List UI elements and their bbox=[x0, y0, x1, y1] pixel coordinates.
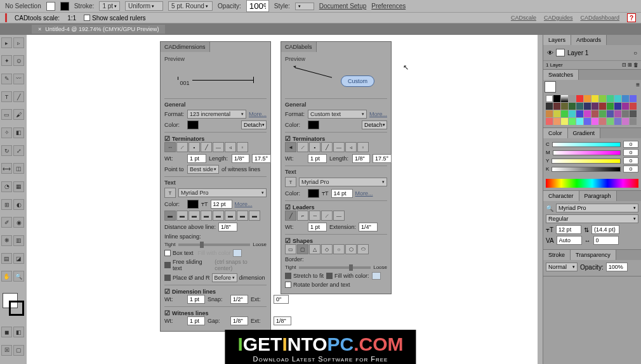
detach-button[interactable]: Detach bbox=[241, 120, 267, 129]
swatch-item[interactable] bbox=[591, 103, 598, 110]
shape-builder-tool[interactable]: ◔ bbox=[1, 181, 12, 192]
dim-color-picker[interactable] bbox=[187, 120, 199, 129]
leader-5[interactable]: — bbox=[333, 211, 345, 221]
format-more-link[interactable]: More... bbox=[249, 111, 267, 117]
witness-wt-input[interactable] bbox=[187, 316, 205, 325]
swatch-item[interactable] bbox=[569, 110, 576, 117]
hand-tool[interactable]: ✋ bbox=[1, 271, 12, 282]
terminator-box-icon[interactable]: ▫ bbox=[237, 142, 248, 152]
lterm-6[interactable]: ◃ bbox=[345, 142, 357, 152]
swatch-item[interactable] bbox=[561, 118, 568, 125]
transparency-tab[interactable]: Transparency bbox=[571, 250, 616, 260]
color-tab[interactable]: Color bbox=[543, 128, 568, 138]
stroke-profile-dropdown[interactable]: Uniform bbox=[125, 1, 163, 11]
terminators-section[interactable]: Terminators bbox=[164, 135, 267, 142]
label-size-input[interactable] bbox=[331, 189, 353, 198]
scale-tool[interactable]: ⤢ bbox=[13, 145, 24, 156]
swatch-fill[interactable] bbox=[545, 81, 556, 93]
visibility-icon[interactable]: 👁 bbox=[547, 49, 553, 56]
shape-diamond[interactable]: ◇ bbox=[321, 244, 333, 254]
terminator-open-icon[interactable]: ◃ bbox=[225, 142, 236, 152]
lterm-5[interactable]: — bbox=[333, 142, 345, 152]
m-value[interactable] bbox=[623, 149, 638, 156]
label-more-link[interactable]: More... bbox=[369, 111, 387, 117]
swatch-item[interactable] bbox=[546, 118, 553, 125]
spectrum-picker[interactable] bbox=[546, 179, 638, 188]
leader-ext-input[interactable] bbox=[359, 223, 378, 231]
term-angle-input[interactable] bbox=[252, 154, 271, 163]
m-slider[interactable] bbox=[553, 150, 621, 155]
shape-rounded[interactable]: ▢ bbox=[297, 244, 308, 254]
artboards-tab[interactable]: Artboards bbox=[571, 35, 607, 45]
swatch-item[interactable] bbox=[591, 110, 598, 117]
slice-tool[interactable]: ◪ bbox=[13, 253, 24, 264]
swatch-item[interactable] bbox=[576, 110, 583, 117]
c-slider[interactable] bbox=[552, 142, 621, 147]
text-pos-8[interactable]: ▬ bbox=[249, 211, 260, 221]
fill-checkbox[interactable]: Fill with color: bbox=[326, 273, 369, 279]
y-slider[interactable] bbox=[552, 159, 621, 164]
label-text-more[interactable]: More... bbox=[355, 190, 373, 197]
cadguides-link[interactable]: CADguides bbox=[544, 15, 573, 21]
swatch-item[interactable] bbox=[576, 95, 583, 102]
swatch-item[interactable] bbox=[553, 118, 560, 125]
text-color-picker[interactable] bbox=[187, 200, 199, 209]
none-mode[interactable]: ☒ bbox=[1, 345, 12, 356]
swatch-item[interactable] bbox=[614, 110, 621, 117]
swatches-tab[interactable]: Swatches bbox=[543, 70, 579, 80]
y-value[interactable] bbox=[623, 157, 638, 164]
swatch-item[interactable] bbox=[607, 118, 614, 125]
swatch-item[interactable] bbox=[614, 118, 621, 125]
rectangle-tool[interactable]: ▭ bbox=[1, 109, 12, 120]
lterm-wt-input[interactable] bbox=[308, 154, 327, 163]
swatch-item[interactable] bbox=[614, 103, 621, 110]
term-length-input[interactable] bbox=[232, 154, 249, 163]
terminator-tick-icon[interactable]: ⟋ bbox=[176, 142, 188, 152]
scaled-rulers-checkbox[interactable]: Show scaled rulers bbox=[84, 15, 145, 22]
stretch-checkbox[interactable]: Stretch to fit bbox=[285, 273, 324, 279]
char-font-dropdown[interactable]: Myriad Pro bbox=[556, 204, 638, 212]
terminator-arrow-icon[interactable]: ↔ bbox=[164, 142, 176, 152]
dim-lines-section[interactable]: Dimension lines bbox=[164, 288, 267, 295]
lterm-4[interactable]: ╱ bbox=[321, 142, 333, 152]
swatch-item[interactable] bbox=[599, 118, 606, 125]
shape-rect[interactable]: ▭ bbox=[285, 244, 296, 254]
swatch-item[interactable] bbox=[584, 118, 591, 125]
swatch-item[interactable] bbox=[546, 110, 553, 117]
box-text-checkbox[interactable]: Box textFill with color bbox=[164, 249, 267, 257]
swatch-item[interactable] bbox=[546, 103, 553, 110]
shape-triangle[interactable]: △ bbox=[309, 244, 320, 254]
text-pos-7[interactable]: ▬ bbox=[237, 211, 248, 221]
gradient-tab[interactable]: Gradient bbox=[568, 128, 601, 138]
fill-swatch[interactable] bbox=[46, 2, 55, 11]
swatch-item[interactable] bbox=[553, 95, 560, 102]
shape-hex[interactable]: ⬡ bbox=[345, 244, 357, 254]
layer-buttons[interactable]: ⊡ ⊞ 🗑 bbox=[622, 62, 638, 68]
caddashboard-link[interactable]: CADdashboard bbox=[580, 15, 619, 21]
labels-tab[interactable]: CADlabels bbox=[281, 42, 317, 52]
swatch-item[interactable] bbox=[622, 103, 629, 110]
stroke-weight-dropdown[interactable]: 1 pt bbox=[99, 1, 120, 11]
doc-setup-button[interactable]: Document Setup bbox=[319, 3, 367, 10]
border-slider[interactable] bbox=[299, 266, 371, 269]
swatch-item[interactable] bbox=[561, 103, 568, 110]
leader-wt-input[interactable] bbox=[308, 223, 327, 231]
label-detach-button[interactable]: Detach bbox=[362, 120, 387, 129]
swatch-item[interactable] bbox=[630, 103, 637, 110]
swatch-item[interactable] bbox=[607, 95, 614, 102]
character-tab[interactable]: Character bbox=[543, 191, 579, 201]
snap-input[interactable] bbox=[230, 295, 248, 304]
label-font-dropdown[interactable]: Myriad Pro bbox=[299, 178, 387, 186]
swatch-item[interactable] bbox=[622, 118, 629, 125]
text-pos-5[interactable]: ▬ bbox=[213, 211, 224, 221]
distance-input[interactable] bbox=[218, 223, 237, 231]
witness-ext-input[interactable] bbox=[274, 316, 291, 325]
width-tool[interactable]: ⟷ bbox=[1, 163, 12, 174]
eyedropper-tool[interactable]: ✐ bbox=[1, 217, 12, 228]
swatch-item[interactable] bbox=[584, 95, 591, 102]
blend-tool[interactable]: ◉ bbox=[13, 217, 24, 228]
cadscale-link[interactable]: CADscale bbox=[511, 15, 536, 21]
swatch-item[interactable] bbox=[576, 103, 583, 110]
perspective-tool[interactable]: ▦ bbox=[13, 181, 24, 192]
graph-tool[interactable]: ▥ bbox=[13, 235, 24, 246]
